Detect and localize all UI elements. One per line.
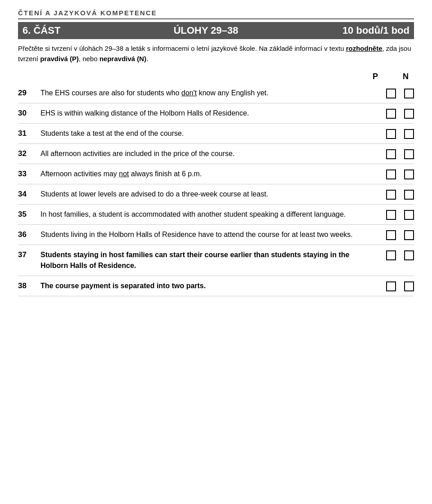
p-label: P [373,72,378,81]
checkbox-n[interactable] [404,281,414,291]
checkbox-group [378,169,414,179]
question-text: Students take a test at the end of the c… [40,128,378,139]
checkbox-group [378,88,414,98]
checkbox-group [378,209,414,220]
section-tasks: ÚLOHY 29–38 [69,25,342,36]
question-number: 34 [18,189,40,199]
question-text: In host families, a student is accommoda… [40,209,378,220]
question-row: 38The course payment is separated into t… [18,276,414,296]
checkbox-p[interactable] [386,210,396,220]
checkbox-n[interactable] [404,109,414,119]
checkbox-p[interactable] [386,109,396,119]
checkbox-group [378,281,414,291]
checkbox-p[interactable] [386,169,396,179]
section-part: 6. ČÁST [22,25,60,36]
checkbox-n[interactable] [404,149,414,159]
question-text: The course payment is separated into two… [40,281,378,291]
checkbox-p[interactable] [386,281,396,291]
checkbox-p[interactable] [386,190,396,200]
checkbox-group [378,189,414,200]
checkbox-p[interactable] [386,230,396,240]
checkbox-group [378,250,414,260]
question-row: 29The EHS courses are also for students … [18,83,414,103]
instruction-text: Přečtěte si tvrzení v úlohách 29–38 a le… [18,44,414,64]
question-number: 38 [18,281,40,290]
question-text: Students staying in host families can st… [40,250,378,271]
checkbox-n[interactable] [404,129,414,139]
question-number: 33 [18,169,40,178]
pn-labels: P N [373,72,409,81]
checkbox-group [378,229,414,240]
checkbox-p[interactable] [386,149,396,159]
question-number: 29 [18,88,40,98]
question-row: 33Afternoon activities may not always fi… [18,164,414,184]
n-label: N [403,72,409,81]
checkbox-n[interactable] [404,230,414,240]
question-number: 30 [18,108,40,118]
checkbox-p[interactable] [386,89,396,98]
question-number: 32 [18,148,40,158]
question-text: All afternoon activities are included in… [40,148,378,159]
question-row: 30EHS is within walking distance of the … [18,103,414,124]
question-text: Students living in the Holborn Halls of … [40,229,378,240]
pn-header: P N [18,72,414,81]
question-text: The EHS courses are also for students wh… [40,88,378,98]
section-header: 6. ČÁST ÚLOHY 29–38 10 bodů/1 bod [18,22,414,39]
checkbox-n[interactable] [404,190,414,200]
section-points: 10 bodů/1 bod [342,25,410,36]
checkbox-p[interactable] [386,129,396,139]
question-text: EHS is within walking distance of the Ho… [40,108,378,119]
top-header: ČTENÍ A JAZYKOVÁ KOMPETENCE [18,9,414,19]
top-title: ČTENÍ A JAZYKOVÁ KOMPETENCE [18,9,414,17]
questions-list: 29The EHS courses are also for students … [18,83,414,296]
question-row: 31Students take a test at the end of the… [18,124,414,144]
question-text: Afternoon activities may not always fini… [40,169,378,179]
question-row: 34Students at lower levels are advised t… [18,184,414,205]
checkbox-n[interactable] [404,210,414,220]
checkbox-n[interactable] [404,169,414,179]
question-number: 37 [18,250,40,259]
checkbox-n[interactable] [404,250,414,260]
question-row: 37Students staying in host families can … [18,245,414,276]
checkbox-group [378,108,414,119]
question-row: 35In host families, a student is accommo… [18,205,414,225]
question-number: 31 [18,128,40,138]
question-row: 36Students living in the Holborn Halls o… [18,225,414,245]
checkbox-group [378,148,414,159]
question-number: 36 [18,229,40,239]
checkbox-p[interactable] [386,250,396,260]
question-number: 35 [18,209,40,219]
checkbox-group [378,128,414,139]
checkbox-n[interactable] [404,89,414,98]
question-text: Students at lower levels are advised to … [40,189,378,200]
question-row: 32All afternoon activities are included … [18,144,414,164]
